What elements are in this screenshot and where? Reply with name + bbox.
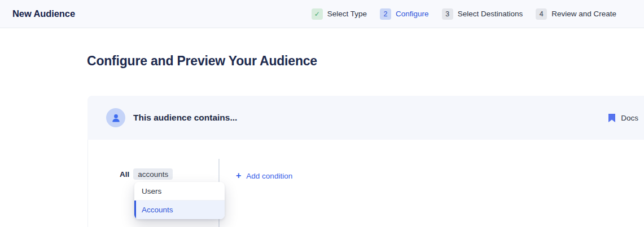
wizard-stepper: ✓ Select Type 2 Configure 3 Select Desti… — [312, 8, 616, 20]
docs-label: Docs — [621, 114, 638, 122]
scope-type-dropdown-trigger[interactable]: accounts — [133, 168, 173, 180]
add-condition-button[interactable]: + Add condition — [236, 171, 292, 180]
add-condition-label: Add condition — [246, 172, 292, 180]
top-bar: New Audience ✓ Select Type 2 Configure 3… — [0, 0, 644, 28]
step-label: Select Type — [327, 10, 367, 18]
person-icon — [111, 113, 121, 123]
step-select-type[interactable]: ✓ Select Type — [312, 8, 367, 20]
scope-label: All — [120, 170, 129, 179]
step-number-badge: 3 — [442, 8, 453, 20]
step-label: Select Destinations — [458, 10, 523, 18]
dropdown-option-users[interactable]: Users — [134, 182, 225, 201]
audience-avatar — [106, 108, 125, 127]
docs-link[interactable]: Docs — [608, 114, 638, 122]
step-review-and-create[interactable]: 4 Review and Create — [536, 8, 616, 20]
panel-title: This audience contains... — [133, 113, 237, 123]
audience-scope-row: All accounts — [120, 168, 173, 180]
step-number-badge: 4 — [536, 8, 547, 20]
step-configure[interactable]: 2 Configure — [380, 8, 429, 20]
step-label: Review and Create — [551, 10, 616, 18]
step-label: Configure — [396, 10, 429, 18]
dropdown-option-accounts[interactable]: Accounts — [134, 201, 225, 219]
plus-icon: + — [236, 171, 241, 180]
page-title: New Audience — [12, 8, 75, 19]
panel-header: This audience contains... Docs — [87, 96, 644, 140]
new-audience-screen: New Audience ✓ Select Type 2 Configure 3… — [0, 0, 644, 227]
audience-panel: This audience contains... Docs All accou… — [87, 96, 644, 227]
step-select-destinations[interactable]: 3 Select Destinations — [442, 8, 523, 20]
bookmark-icon — [608, 114, 615, 122]
section-heading: Configure and Preview Your Audience — [87, 54, 317, 69]
step-number-badge: 2 — [380, 8, 391, 20]
check-icon: ✓ — [312, 8, 323, 20]
scope-type-dropdown-menu: Users Accounts — [134, 182, 225, 219]
